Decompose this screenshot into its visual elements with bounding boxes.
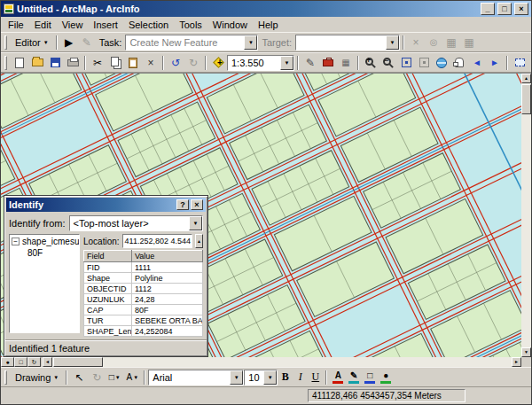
toolbox-button[interactable] (319, 54, 337, 71)
menu-help[interactable]: Help (253, 19, 284, 31)
menu-edit[interactable]: Edit (29, 19, 57, 31)
copy-button[interactable] (106, 54, 124, 71)
chevron-down-icon[interactable]: ▼ (244, 35, 257, 50)
target-combo[interactable]: ▼ (295, 35, 400, 51)
table-row[interactable]: CAP80F (84, 305, 203, 315)
table-row[interactable]: ShapePolyline (84, 273, 203, 284)
column-header-value[interactable]: Value (132, 251, 203, 262)
delete-button[interactable]: × (142, 54, 160, 71)
menu-selection[interactable]: Selection (123, 19, 174, 31)
menu-file[interactable]: File (3, 19, 29, 31)
table-row[interactable]: FID1111 (84, 262, 203, 273)
open-button[interactable] (28, 54, 46, 71)
menu-view[interactable]: View (57, 19, 89, 31)
sketch-properties-button[interactable]: ▦ (460, 34, 478, 51)
shape-tool-button[interactable]: □▼ (106, 369, 123, 386)
horizontal-scrollbar[interactable]: ◄ ► (43, 357, 521, 367)
identify-dialog[interactable]: Identify ? × Identify from: <Top-most la… (4, 195, 208, 357)
table-row[interactable]: SHAPE_Leng24,252084 (84, 326, 203, 337)
scroll-down-button[interactable]: ▼ (521, 347, 531, 357)
menu-window[interactable]: Window (207, 19, 253, 31)
close-button[interactable]: × (514, 3, 528, 15)
zoom-out-button[interactable] (379, 54, 397, 71)
chevron-down-icon[interactable]: ▼ (280, 56, 293, 70)
tree-node-layer[interactable]: − shape_icmesu (12, 237, 77, 246)
zoom-in-button[interactable] (362, 54, 379, 71)
location-units-button[interactable]: ▲ (195, 234, 203, 248)
layer-combo[interactable]: <Top-most layer> ▼ (69, 215, 203, 231)
editor-menu-button[interactable]: Editor ▼ (11, 34, 53, 51)
scroll-left-button[interactable]: ◄ (43, 357, 52, 367)
identify-results-tree[interactable]: − shape_icmesu 80F (9, 234, 80, 333)
layout-view-button[interactable]: □ (14, 357, 27, 367)
tree-node-feature[interactable]: 80F (12, 248, 77, 258)
menu-insert[interactable]: Insert (88, 19, 123, 31)
dialog-close-button[interactable]: × (191, 199, 203, 210)
attribute-table-button[interactable]: ▦ (442, 34, 460, 51)
full-extent-button[interactable] (433, 54, 450, 71)
italic-button[interactable]: I (293, 370, 308, 386)
chevron-down-icon[interactable]: ▼ (386, 35, 399, 50)
toolbar-grip[interactable] (4, 35, 7, 50)
save-button[interactable] (46, 54, 64, 71)
collapse-icon[interactable]: − (12, 238, 20, 245)
data-view-button[interactable]: ● (1, 357, 14, 367)
add-data-button[interactable] (209, 54, 227, 71)
text-tool-button[interactable]: A▼ (123, 369, 141, 386)
redo-button[interactable]: ↻ (184, 54, 202, 71)
cut-button[interactable]: ✂ (89, 54, 106, 71)
line-color-button[interactable]: ✎ (346, 369, 362, 386)
paste-button[interactable] (124, 54, 142, 71)
fill-color-button[interactable]: □ (362, 369, 378, 386)
chevron-down-icon[interactable]: ▼ (189, 216, 202, 230)
vertical-scrollbar[interactable]: ▲ ▼ (521, 74, 531, 357)
command-tools-button[interactable]: ▦ (337, 54, 355, 71)
go-forward-extent-button[interactable]: ► (486, 54, 504, 71)
scale-combo[interactable]: 1:3.550 ▼ (227, 55, 294, 71)
maximize-button[interactable]: □ (497, 3, 512, 15)
table-row[interactable]: OBJECTID1112 (84, 284, 203, 294)
horizontal-scroll-track[interactable] (104, 357, 512, 367)
refresh-view-button[interactable]: ↻ (27, 357, 41, 367)
bold-button[interactable]: B (278, 370, 293, 386)
sketch-tool-button[interactable]: ✎ (78, 34, 96, 51)
toolbar-grip[interactable] (4, 56, 7, 70)
horizontal-scroll-thumb[interactable] (53, 357, 103, 367)
minimize-button[interactable]: _ (481, 3, 495, 15)
font-color-button[interactable]: A (330, 369, 346, 386)
identify-button[interactable]: i (528, 54, 531, 71)
marker-color-button[interactable]: ● (378, 369, 394, 386)
column-header-field[interactable]: Field (84, 251, 132, 262)
menu-tools[interactable]: Tools (174, 19, 207, 31)
scroll-right-button[interactable]: ► (512, 357, 521, 367)
vertical-scroll-thumb[interactable] (521, 84, 531, 114)
location-value[interactable]: 411.252,802 4.544 (122, 234, 192, 248)
vertical-scroll-track[interactable] (521, 115, 531, 347)
underline-button[interactable]: U (308, 370, 323, 386)
toolbar-grip[interactable] (4, 370, 7, 385)
go-back-extent-button[interactable]: ◄ (468, 54, 486, 71)
font-size-combo[interactable]: 10 ▼ (244, 370, 278, 386)
rotate-element-button[interactable]: ↻ (88, 369, 106, 386)
new-map-button[interactable] (11, 54, 28, 71)
print-button[interactable] (64, 54, 82, 71)
drawing-menu-button[interactable]: Drawing ▼ (11, 369, 63, 386)
undo-button[interactable]: ↺ (167, 54, 184, 71)
fixed-zoom-out-button[interactable] (415, 54, 433, 71)
table-row[interactable]: UZUNLUK24,28 (84, 294, 203, 305)
edit-tool-button[interactable]: ▶ (60, 34, 78, 51)
task-combo[interactable]: Create New Feature ▼ (125, 35, 258, 51)
chevron-down-icon[interactable]: ▼ (263, 370, 277, 385)
select-elements-button[interactable]: ↖ (70, 369, 88, 386)
attributes-button[interactable]: × (407, 34, 425, 51)
fixed-zoom-in-button[interactable] (397, 54, 415, 71)
select-features-button[interactable] (511, 54, 528, 71)
title-bar[interactable]: Untitled - ArcMap - ArcInfo _ □ × (1, 1, 531, 17)
table-row[interactable]: TURSEBEKE ORTA BASINC (84, 315, 203, 326)
dialog-help-button[interactable]: ? (176, 199, 189, 210)
font-combo[interactable]: Arial ▼ (148, 370, 244, 386)
identify-dialog-titlebar[interactable]: Identify ? × (6, 198, 206, 212)
pan-button[interactable] (450, 54, 468, 71)
editor-toolbar-button[interactable]: ✎ (301, 54, 319, 71)
snapping-button[interactable]: ◎ (425, 34, 442, 51)
